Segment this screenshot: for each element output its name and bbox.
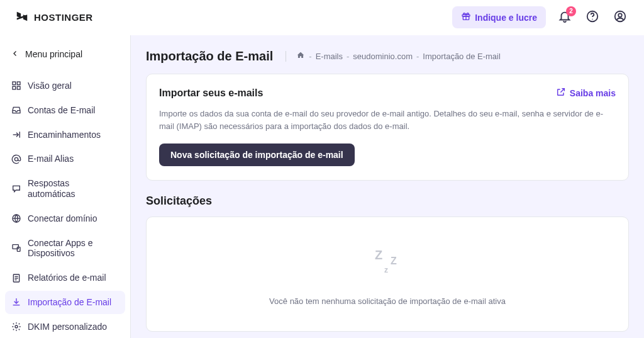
app-header: HOSTINGER Indique e lucre [0,0,644,35]
svg-rect-7 [17,82,20,85]
external-link-icon [556,87,566,99]
notifications-button[interactable]: 2 [556,9,574,26]
breadcrumb-sep: - [309,52,311,61]
gear-icon [11,322,21,332]
sidebar-item-forwarders[interactable]: Encaminhamentos [5,123,125,147]
page-header: Importação de E-mail - E-mails - seudomi… [146,49,629,64]
sidebar-item-connect-domain[interactable]: Conectar domínio [5,207,125,230]
grid-icon [11,81,21,91]
sidebar-item-label: Importação de E-mail [28,297,111,308]
gift-icon [461,11,471,23]
sidebar-item-overview[interactable]: Visão geral [5,74,125,98]
svg-point-15 [15,325,18,328]
chat-icon [11,184,21,194]
sidebar-item-email-accounts[interactable]: Contas de E-mail [5,99,125,122]
breadcrumb-seg-emails[interactable]: E-mails [316,52,343,61]
inbox-icon [11,105,21,115]
learn-more-label: Saiba mais [570,88,616,98]
header-actions: Indique e lucre 2 [452,6,629,28]
breadcrumb: - E-mails - seudominio.com - Importação … [286,51,501,62]
sidebar-item-label: Conectar domínio [28,213,97,224]
sidebar-item-email-reports[interactable]: Relatórios de e-mail [5,266,125,290]
svg-point-10 [14,157,18,161]
sleep-icon: Z Z z [384,249,391,279]
report-icon [11,273,21,283]
import-emails-card: Importar seus e-mails Saiba mais Importe… [146,74,629,181]
page-title: Importação de E-mail [146,49,273,64]
home-icon[interactable] [296,51,305,62]
sidebar-item-label: Conectar Apps e Dispositivos [28,238,119,259]
sidebar-item-label: Visão geral [28,81,72,91]
refer-label: Indique e lucre [475,13,537,23]
sidebar-back[interactable]: Menu principal [5,43,125,65]
sidebar-item-label: E-mail Alias [28,154,74,164]
breadcrumb-seg-domain[interactable]: seudominio.com [353,52,413,61]
refer-and-earn-button[interactable]: Indique e lucre [452,6,546,28]
sidebar-item-label: Encaminhamentos [28,130,101,140]
account-button[interactable] [611,9,629,26]
sidebar-item-label: Respostas automáticas [28,178,119,200]
svg-point-5 [618,13,622,17]
breadcrumb-sep: - [416,52,419,61]
logo-mark-icon [15,9,29,25]
sidebar-item-label: Contas de E-mail [28,105,95,116]
help-button[interactable] [584,9,601,26]
sidebar-item-label: Relatórios de e-mail [28,273,106,283]
svg-point-3 [592,18,592,19]
new-import-request-button[interactable]: Nova solicitação de importação de e-mail [159,144,355,166]
forward-icon [11,130,21,140]
sidebar-item-email-import[interactable]: Importação de E-mail [5,291,125,314]
sidebar-item-connect-apps[interactable]: Conectar Apps e Dispositivos [5,232,125,266]
requests-section-title: Solicitações [146,194,629,208]
requests-empty-state: Z Z z Você não tem nenhuma solicitação d… [146,217,629,332]
svg-rect-9 [17,87,20,90]
card-description: Importe os dados da sua conta de e-mail … [159,108,616,132]
breadcrumb-seg-current: Importação de E-mail [423,52,501,61]
learn-more-link[interactable]: Saiba mais [556,87,616,99]
notification-badge: 2 [566,6,576,16]
svg-rect-6 [13,82,16,85]
help-icon [586,9,599,26]
sidebar-item-dkim[interactable]: DKIM personalizado [5,315,125,338]
card-title: Importar seus e-mails [159,87,263,99]
sidebar-item-email-alias[interactable]: E-mail Alias [5,147,125,171]
user-icon [613,9,627,26]
breadcrumb-sep: - [347,52,349,61]
empty-state-text: Você não tem nenhuma solicitação de impo… [269,296,506,306]
globe-icon [11,213,21,223]
devices-icon [11,243,21,253]
sidebar-item-auto-reply[interactable]: Respostas automáticas [5,172,125,206]
chevron-left-icon [11,49,19,59]
brand-name: HOSTINGER [34,12,93,23]
svg-rect-8 [13,87,16,90]
sidebar-item-label: DKIM personalizado [28,322,107,332]
main-content: Importação de E-mail - E-mails - seudomi… [131,35,644,338]
sidebar: Menu principal Visão geral Contas de E-m… [0,35,131,338]
sidebar-back-label: Menu principal [25,49,82,59]
at-icon [11,154,21,164]
brand-logo[interactable]: HOSTINGER [15,9,93,25]
download-icon [11,297,21,307]
